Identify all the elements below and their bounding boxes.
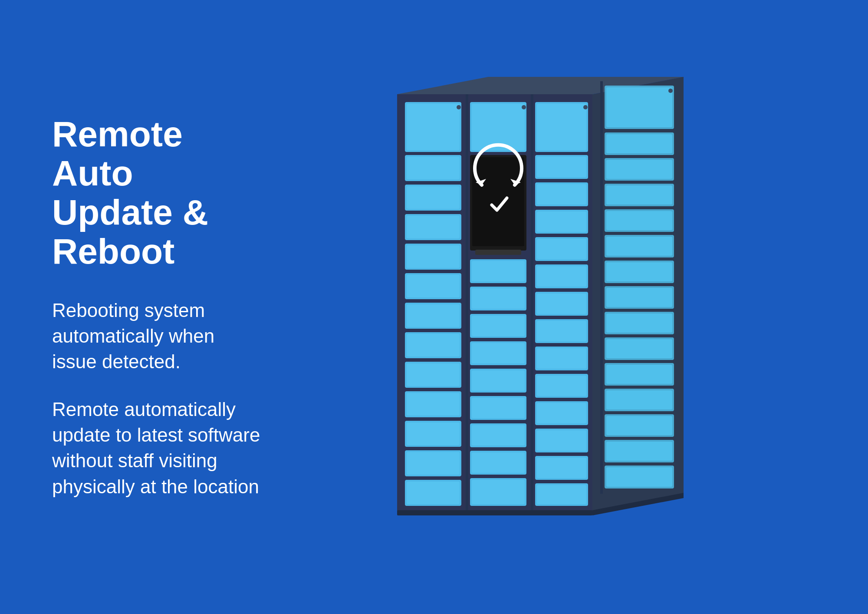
svg-rect-62: [537, 184, 586, 205]
svg-rect-60: [537, 157, 586, 177]
svg-rect-70: [537, 294, 586, 314]
svg-rect-87: [606, 87, 672, 127]
page-title: Remote Auto Update & Reboot: [52, 115, 260, 271]
svg-rect-80: [537, 430, 586, 451]
svg-rect-30: [466, 94, 468, 511]
svg-rect-38: [472, 261, 525, 281]
text-section: Remote Auto Update & Reboot Rebooting sy…: [52, 115, 260, 499]
svg-rect-94: [606, 185, 672, 205]
svg-rect-64: [537, 211, 586, 232]
svg-rect-19: [407, 334, 460, 357]
svg-rect-106: [606, 339, 672, 358]
svg-rect-29: [407, 482, 460, 504]
svg-rect-116: [606, 467, 672, 487]
svg-rect-57: [537, 104, 586, 150]
svg-rect-78: [537, 403, 586, 423]
svg-rect-25: [407, 423, 460, 445]
svg-rect-66: [537, 239, 586, 259]
svg-rect-4: [407, 104, 460, 150]
svg-rect-92: [606, 160, 672, 179]
svg-rect-117: [397, 510, 592, 515]
svg-rect-84: [537, 485, 586, 504]
svg-rect-23: [407, 393, 460, 416]
svg-rect-90: [606, 134, 672, 153]
svg-rect-114: [606, 442, 672, 461]
svg-rect-17: [407, 304, 460, 327]
svg-rect-11: [407, 216, 460, 238]
svg-rect-74: [537, 348, 586, 369]
svg-rect-98: [606, 237, 672, 256]
svg-rect-54: [472, 480, 525, 504]
svg-rect-15: [407, 275, 460, 297]
svg-rect-108: [606, 365, 672, 384]
svg-rect-36: [475, 250, 521, 255]
svg-rect-68: [537, 266, 586, 287]
svg-rect-21: [407, 363, 460, 386]
svg-rect-82: [537, 458, 586, 478]
svg-rect-112: [606, 416, 672, 435]
svg-rect-46: [472, 370, 525, 391]
svg-rect-76: [537, 376, 586, 396]
svg-rect-48: [472, 398, 525, 418]
svg-rect-40: [472, 288, 525, 309]
svg-rect-35: [472, 157, 524, 246]
svg-rect-100: [606, 262, 672, 281]
svg-point-5: [457, 105, 461, 109]
svg-rect-104: [606, 314, 672, 333]
svg-rect-50: [472, 425, 525, 446]
svg-rect-44: [472, 343, 525, 363]
locker-svg: [358, 68, 727, 546]
description-1: Rebooting system automatically when issu…: [52, 297, 260, 375]
svg-rect-102: [606, 288, 672, 307]
description-2: Remote automatically update to latest so…: [52, 396, 260, 500]
svg-rect-42: [472, 316, 525, 336]
locker-illustration: [260, 68, 825, 546]
svg-rect-7: [407, 157, 460, 179]
svg-rect-55: [531, 94, 533, 511]
svg-rect-13: [407, 245, 460, 268]
svg-point-33: [522, 105, 526, 109]
svg-rect-52: [472, 452, 525, 473]
svg-rect-110: [606, 390, 672, 409]
svg-rect-9: [407, 186, 460, 209]
svg-rect-27: [407, 452, 460, 475]
svg-point-88: [668, 89, 673, 93]
svg-rect-85: [600, 81, 603, 494]
svg-rect-96: [606, 211, 672, 230]
svg-rect-72: [537, 321, 586, 341]
svg-point-58: [583, 105, 588, 109]
